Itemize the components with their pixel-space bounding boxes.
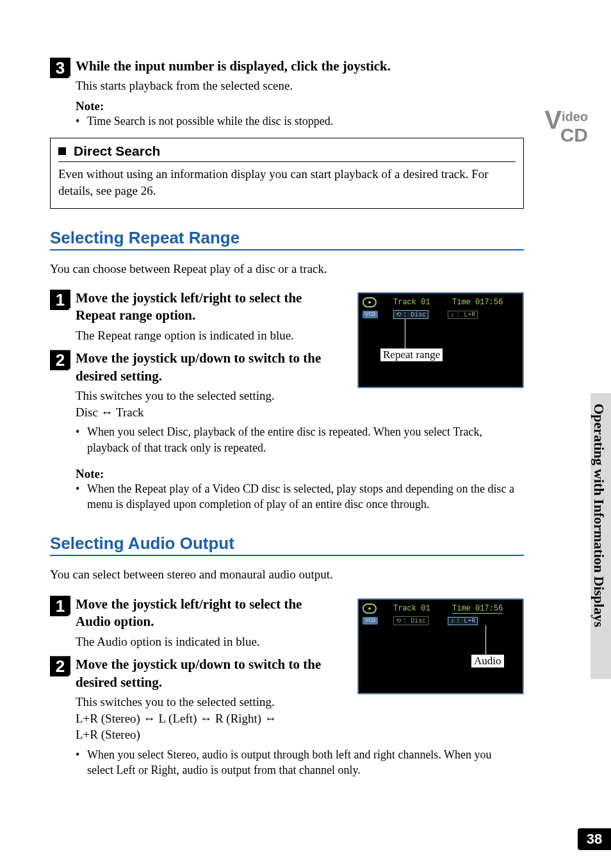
osd-display-repeat: Track 01 Time 017:56 VCD ⟲: Disc ♪: L+R … bbox=[357, 292, 524, 388]
osd-callout-label: Repeat range bbox=[380, 348, 443, 361]
callout-body: Even without using an information displa… bbox=[58, 166, 516, 199]
cycle-a: L+R (Stereo) bbox=[76, 712, 143, 725]
video-cd-logo: Video CD bbox=[543, 109, 588, 145]
square-bullet-icon bbox=[58, 147, 66, 155]
double-arrow-icon: ↔ bbox=[200, 712, 212, 725]
audio-output-block: 1 Move the joystick left/right to select… bbox=[50, 596, 524, 743]
note-text: Time Search is not possible while the di… bbox=[87, 113, 519, 129]
step-number: 2 bbox=[50, 656, 70, 676]
osd-disc-chip: ⟲: Disc bbox=[393, 310, 428, 319]
osd-time: Time 017:56 bbox=[452, 298, 503, 307]
callout-heading: Direct Search bbox=[58, 143, 516, 162]
repeat-range-block: 1 Move the joystick left/right to select… bbox=[50, 290, 524, 420]
section-heading-repeat: Selecting Repeat Range bbox=[50, 228, 524, 250]
osd-disc-chip: ⟲: Disc bbox=[393, 616, 428, 625]
cycle-b: L (Left) bbox=[156, 712, 200, 725]
note-label: Note: bbox=[76, 99, 524, 113]
cycle-c: R (Right) bbox=[212, 712, 265, 725]
step-number: 1 bbox=[50, 290, 70, 310]
osd-callout-label: Audio bbox=[471, 655, 504, 667]
note-text: When the Repeat play of a Video CD disc … bbox=[87, 481, 519, 512]
step-heading: Move the joystick left/right to select t… bbox=[76, 596, 325, 631]
step-1: 1 Move the joystick left/right to select… bbox=[50, 290, 325, 343]
step-2: 2 Move the joystick up/down to switch to… bbox=[50, 656, 325, 743]
cycle-text: Disc ↔ Track bbox=[76, 404, 325, 421]
section-heading-audio: Selecting Audio Output bbox=[50, 534, 524, 556]
info-bullet: • When you select Stereo, audio is outpu… bbox=[76, 747, 524, 778]
osd-lr-chip: ♪: L+R bbox=[448, 311, 478, 319]
step-1: 1 Move the joystick left/right to select… bbox=[50, 596, 325, 650]
page-number: 38 bbox=[578, 828, 611, 850]
double-arrow-icon: ↔ bbox=[143, 712, 156, 725]
info-bullet: • When you select Disc, playback of the … bbox=[76, 424, 524, 455]
step-text: This switches you to the selected settin… bbox=[76, 694, 325, 710]
info-text: When you select Stereo, audio is output … bbox=[87, 747, 519, 778]
step-number: 3 bbox=[50, 58, 70, 78]
bullet-icon: • bbox=[76, 113, 87, 129]
double-arrow-icon: ↔ bbox=[101, 405, 113, 419]
step-heading: Move the joystick left/right to select t… bbox=[76, 290, 325, 325]
bullet-icon: • bbox=[76, 747, 87, 778]
cycle-text: L+R (Stereo) ↔ L (Left) ↔ R (Right) ↔ bbox=[76, 710, 325, 727]
side-tab-label: Operating with Information Displays bbox=[591, 404, 607, 627]
step-number: 2 bbox=[50, 350, 70, 370]
step-3: 3 While the input number is displayed, c… bbox=[50, 58, 524, 94]
info-text: When you select Disc, playback of the en… bbox=[87, 424, 519, 455]
step-text: The Audio option is indicated in blue. bbox=[76, 634, 325, 650]
section-intro: You can choose between Repeat play of a … bbox=[50, 261, 524, 277]
note-label: Note: bbox=[76, 467, 524, 481]
osd-display-audio: Track 01 Time 017:56 VCD ⟲: Disc ♪: L+R … bbox=[357, 598, 524, 694]
note-bullet: • Time Search is not possible while the … bbox=[76, 113, 524, 129]
cycle-b: Track bbox=[113, 405, 144, 419]
osd-time: Time 017:56 bbox=[452, 604, 503, 614]
step-text: The Repeat range option is indicated in … bbox=[76, 327, 325, 344]
double-arrow-icon: ↔ bbox=[265, 712, 277, 725]
step-heading: While the input number is displayed, cli… bbox=[76, 58, 524, 75]
section-intro: You can select between stereo and monaur… bbox=[50, 566, 524, 583]
bullet-icon: • bbox=[76, 481, 87, 512]
bullet-icon: • bbox=[76, 424, 87, 455]
cycle-a: Disc bbox=[76, 405, 101, 419]
callout-title: Direct Search bbox=[74, 143, 160, 159]
osd-vcd-badge: VCD bbox=[363, 311, 378, 318]
direct-search-callout: Direct Search Even without using an info… bbox=[50, 138, 524, 208]
step-number: 1 bbox=[50, 596, 70, 616]
logo-ideo: ideo bbox=[562, 110, 588, 124]
osd-track: Track 01 bbox=[393, 298, 452, 307]
disc-icon bbox=[363, 297, 377, 307]
step-text: This starts playback from the selected s… bbox=[76, 78, 524, 94]
cycle-text-2: L+R (Stereo) bbox=[76, 726, 325, 743]
step-heading: Move the joystick up/down to switch to t… bbox=[76, 656, 325, 691]
osd-vcd-badge: VCD bbox=[363, 617, 378, 625]
callout-line bbox=[485, 625, 486, 655]
step-heading: Move the joystick up/down to switch to t… bbox=[76, 350, 325, 385]
note-bullet: • When the Repeat play of a Video CD dis… bbox=[76, 481, 524, 512]
step-text: This switches you to the selected settin… bbox=[76, 388, 325, 404]
callout-line bbox=[405, 319, 405, 348]
logo-v: V bbox=[544, 109, 562, 131]
step-2: 2 Move the joystick up/down to switch to… bbox=[50, 350, 325, 420]
osd-track: Track 01 bbox=[393, 604, 452, 613]
osd-lr-chip: ♪: L+R bbox=[448, 617, 478, 625]
disc-icon bbox=[363, 603, 377, 614]
